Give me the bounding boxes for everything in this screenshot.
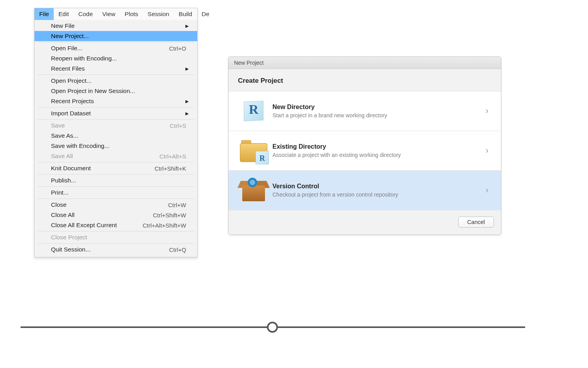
menu-item-label: Save: [51, 122, 162, 129]
menu-item-label: New Project...: [51, 33, 186, 40]
menu-item-label: Save with Encoding...: [51, 142, 186, 149]
chevron-right-icon: ▶: [185, 66, 189, 71]
dialog-titlebar: New Project: [229, 57, 501, 69]
menu-item-new-file[interactable]: New File▶: [38, 21, 194, 31]
menu-item-close-project: Close Project: [38, 232, 194, 242]
r-cube-icon: R: [237, 98, 270, 124]
menu-item-shortcut: Ctrl+Alt+Shift+W: [135, 222, 186, 229]
menu-item-label: Recent Projects: [51, 98, 186, 105]
folder-icon: R: [237, 138, 270, 163]
menu-tab-edit[interactable]: Edit: [54, 8, 74, 20]
option-title: Version Control: [272, 183, 482, 190]
option-description: Checkout a project from a version contro…: [272, 191, 482, 198]
menu-item-label: Reopen with Encoding...: [51, 55, 186, 62]
menu-item-label: Open Project in New Session...: [51, 87, 186, 95]
chevron-right-icon: ▶: [185, 111, 189, 116]
option-title: New Directory: [272, 104, 482, 111]
option-description: Associate a project with an existing wor…: [272, 152, 482, 158]
menu-item-shortcut: Ctrl+Alt+S: [152, 153, 186, 160]
dialog-header: Create Project: [229, 69, 501, 91]
project-option-list: RNew DirectoryStart a project in a brand…: [229, 91, 501, 210]
menu-tab-plots[interactable]: Plots: [120, 8, 143, 20]
menu-item-open-project-in-new-session[interactable]: Open Project in New Session...: [38, 86, 194, 96]
cancel-button[interactable]: Cancel: [458, 217, 494, 228]
menu-item-save: SaveCtrl+S: [38, 120, 194, 131]
menu-item-close[interactable]: CloseCtrl+W: [38, 200, 194, 210]
chevron-right-icon: ›: [482, 106, 492, 116]
menu-item-label: Print...: [51, 189, 186, 196]
menu-item-close-all[interactable]: Close AllCtrl+Shift+W: [38, 210, 194, 220]
file-menu-window: FileEditCodeViewPlotsSessionBuildDe New …: [34, 8, 198, 257]
menu-item-open-project[interactable]: Open Project...: [38, 76, 194, 86]
project-option-version-control[interactable]: Version ControlCheckout a project from a…: [229, 170, 501, 210]
package-box-icon: [237, 178, 270, 203]
menu-item-shortcut: Ctrl+S: [162, 122, 186, 129]
menu-item-label: Open File...: [51, 45, 161, 52]
slider-thumb[interactable]: [267, 322, 278, 333]
menu-item-label: Close: [51, 201, 160, 208]
menu-item-knit-document[interactable]: Knit DocumentCtrl+Shift+K: [38, 163, 194, 173]
menu-item-shortcut: Ctrl+Shift+W: [145, 212, 186, 219]
menu-item-new-project[interactable]: New Project...: [34, 31, 197, 41]
menu-item-label: Close All: [51, 211, 145, 219]
menu-item-shortcut: Ctrl+Q: [161, 246, 186, 253]
menu-item-save-all: Save AllCtrl+Alt+S: [38, 151, 194, 161]
menu-item-save-with-encoding[interactable]: Save with Encoding...: [38, 141, 194, 151]
menu-tab-build[interactable]: Build: [174, 8, 197, 20]
chevron-right-icon: ▶: [185, 24, 189, 29]
menu-item-recent-files[interactable]: Recent Files▶: [38, 64, 194, 74]
chevron-right-icon: ›: [482, 185, 492, 195]
chevron-right-icon: ▶: [185, 99, 189, 104]
dialog-footer: Cancel: [229, 210, 501, 235]
menu-item-label: Publish...: [51, 177, 186, 184]
menu-item-label: Quit Session...: [51, 246, 161, 253]
menu-item-label: Import Dataset: [51, 110, 186, 117]
project-option-new-directory[interactable]: RNew DirectoryStart a project in a brand…: [229, 91, 501, 131]
menu-item-label: Close All Except Current: [51, 222, 135, 229]
menu-item-open-file[interactable]: Open File...Ctrl+O: [38, 43, 194, 53]
menu-item-label: Save As...: [51, 132, 186, 139]
menu-item-close-all-except-current[interactable]: Close All Except CurrentCtrl+Alt+Shift+W: [38, 220, 194, 230]
menu-item-import-dataset[interactable]: Import Dataset▶: [38, 108, 194, 118]
option-description: Start a project in a brand new working d…: [272, 112, 482, 118]
menu-item-reopen-with-encoding[interactable]: Reopen with Encoding...: [38, 53, 194, 64]
menu-item-label: New File: [51, 22, 186, 29]
menu-item-save-as[interactable]: Save As...: [38, 131, 194, 141]
menu-item-recent-projects[interactable]: Recent Projects▶: [38, 96, 194, 106]
menu-item-print[interactable]: Print...: [38, 188, 194, 198]
menu-item-label: Close Project: [51, 234, 186, 241]
menu-tab-session[interactable]: Session: [143, 8, 174, 20]
menu-tab-de[interactable]: De: [197, 8, 214, 20]
option-title: Existing Directory: [272, 143, 482, 150]
project-option-existing-directory[interactable]: RExisting DirectoryAssociate a project w…: [229, 131, 501, 170]
menu-item-publish[interactable]: Publish...: [38, 175, 194, 186]
menu-tab-view[interactable]: View: [98, 8, 120, 20]
menu-item-label: Recent Files: [51, 65, 186, 72]
file-menu-dropdown: New File▶New Project...Open File...Ctrl+…: [34, 20, 197, 257]
menu-tab-file[interactable]: File: [34, 8, 54, 20]
menu-item-label: Save All: [51, 153, 152, 160]
chevron-right-icon: ›: [482, 146, 492, 156]
menu-item-label: Knit Document: [51, 165, 147, 172]
menubar: FileEditCodeViewPlotsSessionBuildDe: [34, 8, 197, 20]
menu-item-shortcut: Ctrl+W: [160, 202, 186, 208]
menu-item-shortcut: Ctrl+O: [161, 45, 186, 52]
dialog-title: New Project: [234, 60, 263, 66]
new-project-dialog: New Project Create Project RNew Director…: [228, 56, 501, 235]
menu-item-label: Open Project...: [51, 77, 186, 84]
menu-item-quit-session[interactable]: Quit Session...Ctrl+Q: [38, 244, 194, 255]
menu-item-shortcut: Ctrl+Shift+K: [147, 165, 186, 172]
menu-tab-code[interactable]: Code: [74, 8, 98, 20]
